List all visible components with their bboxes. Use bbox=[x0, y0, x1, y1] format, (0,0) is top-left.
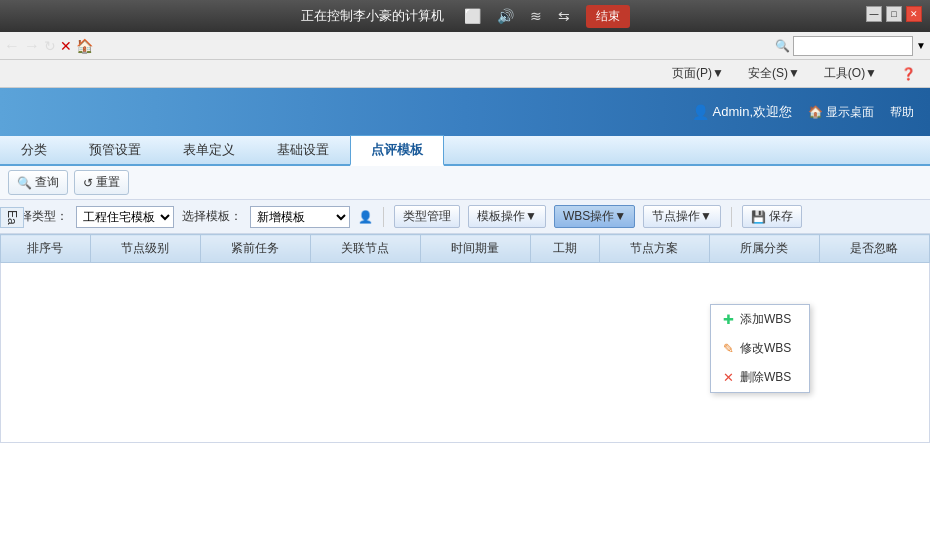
ie-search-input[interactable] bbox=[793, 36, 913, 56]
toolbar: 选择类型： 工程住宅模板 选择模板： 新增模板 👤 类型管理 模板操作▼ WBS… bbox=[0, 200, 930, 234]
col-node-plan: 节点方案 bbox=[599, 235, 709, 263]
separator-1 bbox=[383, 207, 384, 227]
ie-help-menu[interactable]: ❓ bbox=[893, 63, 924, 85]
node-ops-btn[interactable]: 节点操作▼ bbox=[643, 205, 721, 228]
maximize-button[interactable]: □ bbox=[886, 6, 902, 22]
reset-button[interactable]: ↺ 重置 bbox=[74, 170, 129, 195]
tab-yuguan[interactable]: 预管设置 bbox=[68, 135, 162, 164]
close-button[interactable]: ✕ bbox=[906, 6, 922, 22]
user-select-icon[interactable]: 👤 bbox=[358, 210, 373, 224]
user-greeting: 👤 Admin,欢迎您 bbox=[692, 103, 792, 121]
col-related-node: 关联节点 bbox=[310, 235, 420, 263]
template-ops-btn[interactable]: 模板操作▼ bbox=[468, 205, 546, 228]
col-ignore: 是否忽略 bbox=[819, 235, 929, 263]
search-area: 🔍 ▼ bbox=[775, 36, 926, 56]
home-icon: 🏠 bbox=[808, 105, 823, 119]
forward-icon[interactable]: → bbox=[24, 37, 40, 55]
del-wbs-icon: ✕ bbox=[723, 370, 734, 385]
search-btn-label: 查询 bbox=[35, 174, 59, 191]
tab-jichu[interactable]: 基础设置 bbox=[256, 135, 350, 164]
col-time-period: 时间期量 bbox=[420, 235, 530, 263]
home-nav-icon[interactable]: 🏠 bbox=[76, 38, 93, 54]
audio-icon[interactable]: 🔊 bbox=[497, 8, 514, 24]
add-wbs-item[interactable]: ✚ 添加WBS bbox=[711, 305, 809, 334]
wbs-dropdown-menu: ✚ 添加WBS ✎ 修改WBS ✕ 删除WBS bbox=[710, 304, 810, 393]
desktop-link[interactable]: 🏠 显示桌面 bbox=[808, 104, 874, 121]
save-label: 保存 bbox=[769, 208, 793, 225]
col-category: 所属分类 bbox=[709, 235, 819, 263]
ie-menu: 页面(P)▼ 安全(S)▼ 工具(O)▼ ❓ bbox=[0, 60, 930, 88]
col-level: 节点级别 bbox=[90, 235, 200, 263]
table-container: 排序号 节点级别 紧前任务 关联节点 时间期量 工期 节点方案 所属分类 是否忽… bbox=[0, 234, 930, 443]
edit-wbs-icon: ✎ bbox=[723, 341, 734, 356]
add-wbs-label: 添加WBS bbox=[740, 311, 791, 328]
stop-icon[interactable]: ✕ bbox=[60, 38, 72, 54]
del-wbs-label: 删除WBS bbox=[740, 369, 791, 386]
col-duration: 工期 bbox=[530, 235, 599, 263]
nav-tabs: 分类 预管设置 表单定义 基础设置 点评模板 bbox=[0, 136, 930, 166]
add-wbs-icon: ✚ bbox=[723, 312, 734, 327]
screen-icon[interactable]: ⬜ bbox=[464, 8, 481, 24]
help-link[interactable]: 帮助 bbox=[890, 104, 914, 121]
win-controls: — □ ✕ bbox=[866, 6, 922, 22]
tab-biaodan[interactable]: 表单定义 bbox=[162, 135, 256, 164]
app-header: 👤 Admin,欢迎您 🏠 显示桌面 帮助 bbox=[0, 88, 930, 136]
tab-fenglei[interactable]: 分类 bbox=[0, 135, 68, 164]
table-header-row: 排序号 节点级别 紧前任务 关联节点 时间期量 工期 节点方案 所属分类 是否忽… bbox=[1, 235, 930, 263]
sidebar-text: Ea bbox=[0, 207, 24, 228]
control-bar: 正在控制李小豪的计算机 ⬜ 🔊 ≋ ⇆ 结束 — □ ✕ bbox=[0, 0, 930, 32]
col-predecessor: 紧前任务 bbox=[200, 235, 310, 263]
control-bar-icons: ⬜ 🔊 ≋ ⇆ 结束 bbox=[464, 5, 630, 28]
edit-wbs-label: 修改WBS bbox=[740, 340, 791, 357]
wbs-ops-btn[interactable]: WBS操作▼ bbox=[554, 205, 635, 228]
end-button[interactable]: 结束 bbox=[586, 5, 630, 28]
ie-page-menu[interactable]: 页面(P)▼ bbox=[664, 61, 732, 86]
minimize-button[interactable]: — bbox=[866, 6, 882, 22]
edit-wbs-item[interactable]: ✎ 修改WBS bbox=[711, 334, 809, 363]
control-bar-title: 正在控制李小豪的计算机 bbox=[301, 7, 444, 25]
col-order: 排序号 bbox=[1, 235, 91, 263]
reset-btn-icon: ↺ bbox=[83, 176, 93, 190]
ie-toolbar: ← → ↻ ✕ 🏠 🔍 ▼ bbox=[0, 32, 930, 60]
wifi-icon[interactable]: ≋ bbox=[530, 8, 542, 24]
search-icon: 🔍 bbox=[775, 39, 790, 53]
search-dropdown-icon[interactable]: ▼ bbox=[916, 40, 926, 51]
content-area: 🔍 查询 ↺ 重置 选择类型： 工程住宅模板 选择模板： 新增模板 👤 类型管理… bbox=[0, 166, 930, 443]
type-select[interactable]: 工程住宅模板 bbox=[76, 206, 174, 228]
type-manage-btn[interactable]: 类型管理 bbox=[394, 205, 460, 228]
save-icon: 💾 bbox=[751, 210, 766, 224]
transfer-icon[interactable]: ⇆ bbox=[558, 8, 570, 24]
user-icon: 👤 bbox=[692, 104, 709, 120]
action-bar: 🔍 查询 ↺ 重置 bbox=[0, 166, 930, 200]
search-button[interactable]: 🔍 查询 bbox=[8, 170, 68, 195]
save-btn[interactable]: 💾 保存 bbox=[742, 205, 802, 228]
separator-2 bbox=[731, 207, 732, 227]
back-icon[interactable]: ← bbox=[4, 37, 20, 55]
template-label: 选择模板： bbox=[182, 208, 242, 225]
ie-tools-menu[interactable]: 工具(O)▼ bbox=[816, 61, 885, 86]
desktop-label: 显示桌面 bbox=[826, 104, 874, 121]
tab-pinglun[interactable]: 点评模板 bbox=[350, 135, 444, 166]
search-btn-icon: 🔍 bbox=[17, 176, 32, 190]
refresh-icon[interactable]: ↻ bbox=[44, 38, 56, 54]
template-select[interactable]: 新增模板 bbox=[250, 206, 350, 228]
user-text: Admin,欢迎您 bbox=[713, 103, 792, 121]
reset-btn-label: 重置 bbox=[96, 174, 120, 191]
del-wbs-item[interactable]: ✕ 删除WBS bbox=[711, 363, 809, 392]
ie-security-menu[interactable]: 安全(S)▼ bbox=[740, 61, 808, 86]
